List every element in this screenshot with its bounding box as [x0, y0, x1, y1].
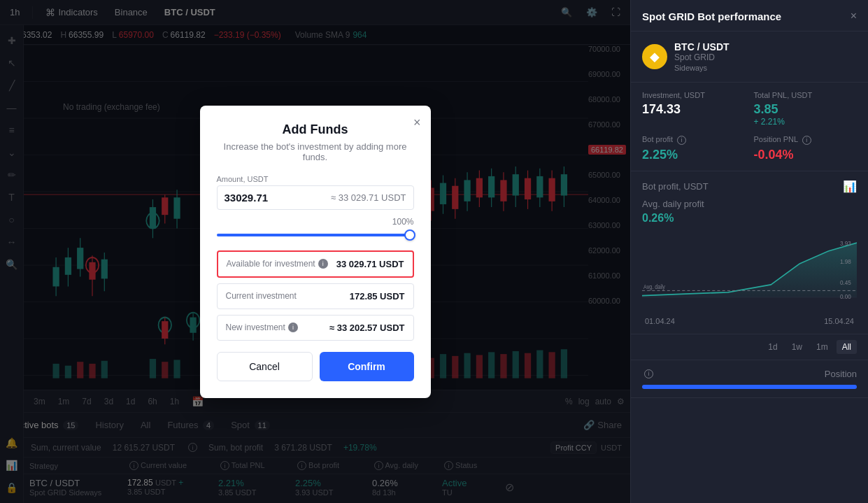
bot-profit-section: Bot profit, USDT 📊 Avg. daily profit 0.2… [631, 171, 868, 334]
new-invest-info-icon[interactable]: i [288, 323, 298, 332]
position-info-icon[interactable]: i [644, 369, 653, 378]
add-funds-modal: Add Funds Increase the bot's investment … [200, 106, 431, 398]
time-1w-btn[interactable]: 1w [786, 340, 808, 354]
new-invest-val: ≈ 33 202.57 USDT [329, 323, 405, 333]
bot-identity: ◆ BTC / USDT Spot GRID Sideways [631, 31, 868, 83]
position-pnl-label: Position PNL i [754, 135, 858, 145]
panel-header: Spot GRID Bot performance × [631, 0, 868, 31]
confirm-button[interactable]: Confirm [320, 352, 414, 381]
slider-pct: 100% [392, 217, 414, 227]
modal-close-btn[interactable]: × [413, 115, 421, 130]
slider-container[interactable] [217, 228, 414, 242]
amount-input-group: Amount, USDT 33029.71 ≈ 33 029.71 USDT [217, 175, 414, 210]
slider-fill [217, 234, 414, 236]
investment-label: Investment, USDT [642, 91, 746, 99]
chart-type-icon[interactable]: 📊 [843, 180, 857, 193]
bot-name: BTC / USDT [674, 41, 730, 52]
time-all-btn[interactable]: All [837, 340, 857, 354]
modal-overlay[interactable]: Add Funds Increase the bot's investment … [0, 0, 630, 503]
position-pnl-stat: Position PNL i -0.04% [754, 135, 858, 162]
bot-profit-label: Bot profit i [642, 135, 746, 145]
investment-stat: Investment, USDT 174.33 [642, 91, 746, 127]
right-panel: Spot GRID Bot performance × ◆ BTC / USDT… [630, 0, 868, 503]
bot-logo: ◆ [642, 44, 667, 69]
modal-subtitle: Increase the bot's investment by adding … [217, 141, 414, 162]
bot-type: Spot GRID [674, 52, 730, 62]
current-invest-label: Current investment [226, 291, 297, 301]
available-val: 33 029.71 USDT [336, 259, 404, 269]
position-pnl-val: -0.04% [754, 148, 858, 162]
bot-tag: Sideways [674, 64, 730, 72]
modal-title: Add Funds [217, 122, 414, 137]
svg-text:0.45: 0.45 [840, 278, 851, 286]
date-start: 01.04.24 [645, 317, 675, 325]
avg-daily-label: Avg. daily profit [642, 199, 857, 209]
total-pnl-label: Total PNL, USDT [754, 91, 858, 99]
new-investment-box: New investment i ≈ 33 202.57 USDT [217, 315, 414, 341]
amount-value: 33029.71 [225, 192, 269, 204]
svg-text:1.98: 1.98 [840, 257, 851, 265]
mini-chart: 3.93 1.98 0.45 0.00 Avg. daily [642, 230, 857, 314]
section-header: Bot profit, USDT 📊 [642, 180, 857, 193]
time-1m-btn[interactable]: 1m [811, 340, 834, 354]
panel-close-btn[interactable]: × [851, 10, 857, 22]
total-pnl-stat: Total PNL, USDT 3.85 + 2.21% [754, 91, 858, 127]
date-end: 15.04.24 [824, 317, 854, 325]
total-pnl-pct: + 2.21% [754, 117, 858, 127]
bot-profit-stat: Bot profit i 2.25% [642, 135, 746, 162]
slider-thumb[interactable] [404, 229, 415, 241]
svg-text:Avg. daily: Avg. daily [643, 283, 665, 290]
investment-val: 174.33 [642, 102, 746, 117]
panel-title: Spot GRID Bot performance [642, 10, 781, 22]
position-section: i Position [631, 360, 868, 398]
svg-text:3.93: 3.93 [840, 239, 851, 246]
avg-daily-val: 0.26% [642, 212, 857, 225]
panel-stats: Investment, USDT 174.33 Total PNL, USDT … [631, 83, 868, 171]
amount-approx: ≈ 33 029.71 USDT [331, 192, 406, 203]
time-1d-btn[interactable]: 1d [762, 340, 783, 354]
total-pnl-val: 3.85 [754, 102, 858, 117]
current-invest-val: 172.85 USDT [350, 291, 405, 302]
amount-label: Amount, USDT [217, 175, 414, 183]
modal-actions: Cancel Confirm [217, 352, 414, 381]
cancel-button[interactable]: Cancel [217, 352, 313, 381]
amount-input-row[interactable]: 33029.71 ≈ 33 029.71 USDT [217, 185, 414, 210]
available-investment-box: Available for investment i 33 029.71 USD… [217, 250, 414, 278]
available-label: Available for investment i [227, 259, 328, 269]
position-bar [642, 385, 857, 389]
slider-track [217, 234, 414, 236]
position-title: Position [825, 369, 857, 379]
chart-dates: 01.04.24 15.04.24 [642, 317, 857, 325]
position-section-header: i Position [642, 369, 857, 379]
new-invest-label: New investment i [226, 323, 298, 332]
section-title: Bot profit, USDT [642, 181, 709, 192]
current-investment-box: Current investment 172.85 USDT [217, 283, 414, 309]
bot-profit-val: 2.25% [642, 148, 746, 162]
available-info-icon[interactable]: i [318, 259, 328, 269]
position-pnl-info-icon[interactable]: i [802, 136, 811, 145]
percent-row: 100% [217, 217, 414, 227]
time-buttons: 1d 1w 1m All [631, 334, 868, 360]
svg-text:0.00: 0.00 [840, 292, 851, 300]
bot-profit-info-icon[interactable]: i [677, 136, 686, 145]
